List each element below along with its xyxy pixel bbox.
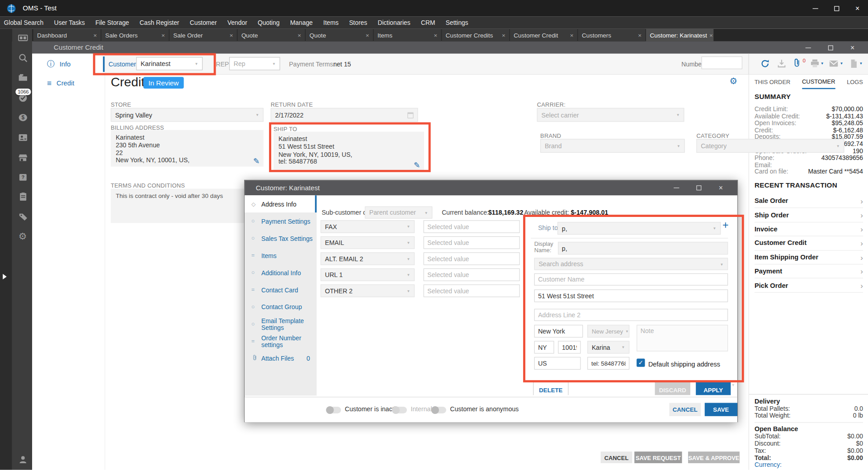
save-approve-button[interactable]: SAVE & APPROVE <box>688 451 740 463</box>
contacts-icon[interactable] <box>16 131 29 144</box>
store-icon[interactable] <box>16 150 29 164</box>
subcustomer-select[interactable]: Parent customer▼ <box>365 207 432 219</box>
carrier-select[interactable]: Select carrier▼ <box>537 108 684 122</box>
display-name-input[interactable] <box>558 242 728 254</box>
tab-this-order[interactable]: THIS ORDER <box>755 75 790 89</box>
child-close-icon[interactable]: × <box>841 42 863 54</box>
scroll-down-icon[interactable]: ▼ <box>731 383 735 387</box>
transaction-pick-order[interactable]: Pick Order› <box>755 278 863 292</box>
menu-item-stores[interactable]: Stores <box>349 19 367 26</box>
delete-button[interactable]: DELETE <box>533 382 568 395</box>
modal-nav-contact-card[interactable]: =Contact Card <box>245 281 316 298</box>
customer-name-input[interactable] <box>534 273 728 286</box>
rep-select[interactable]: Rep▼ <box>229 57 280 70</box>
close-tab-icon[interactable]: × <box>161 32 165 38</box>
discard-button[interactable]: DISCARD <box>655 382 690 395</box>
menu-item-cash-register[interactable]: Cash Register <box>140 19 179 26</box>
currency-link[interactable]: Currency: <box>755 461 863 469</box>
modal-cancel-button[interactable]: CANCEL <box>669 403 701 416</box>
internal-toggle[interactable] <box>392 407 407 414</box>
modal-ship-to-select[interactable]: p,▼ <box>557 222 721 235</box>
close-tab-icon[interactable]: × <box>434 32 437 38</box>
print-icon[interactable] <box>809 58 820 71</box>
modal-nav-sales-tax-settings[interactable]: ○Sales Tax Settings <box>245 230 316 247</box>
store-select[interactable]: Spring Valley▼ <box>111 108 264 122</box>
contact-type-select-other[interactable]: OTHER 2▼ <box>321 284 415 297</box>
menu-item-items[interactable]: Items <box>323 19 339 26</box>
nav-item-credit[interactable]: ≡ Credit <box>32 75 104 91</box>
modal-nav-contact-group[interactable]: ○Contact Group <box>245 298 316 315</box>
city-input[interactable] <box>534 325 583 338</box>
money-icon[interactable]: $ <box>16 111 29 124</box>
expand-arrow-icon[interactable] <box>3 274 7 279</box>
modal-nav-items[interactable]: =Items <box>245 247 316 264</box>
close-tab-icon[interactable]: × <box>93 32 97 38</box>
contact-value-input[interactable] <box>424 220 520 233</box>
search-address-select[interactable]: Search address▼ <box>534 258 728 270</box>
add-address-icon[interactable]: + <box>722 219 729 231</box>
close-tab-icon[interactable]: × <box>502 32 505 38</box>
clipboard-icon[interactable] <box>16 190 29 203</box>
folders-icon[interactable] <box>16 71 29 84</box>
modal-nav-attach-files[interactable]: Attach Files0 <box>245 350 316 367</box>
menu-item-file-storage[interactable]: File Storage <box>95 19 129 26</box>
print-dropdown-icon[interactable]: ▼ <box>821 61 824 66</box>
refresh-icon[interactable] <box>760 58 770 71</box>
address-line2-input[interactable] <box>534 309 728 321</box>
menu-item-vendor[interactable]: Vendor <box>227 19 247 26</box>
contact-type-select-email[interactable]: EMAIL▼ <box>321 236 415 249</box>
child-minimize-icon[interactable] <box>797 42 819 54</box>
user-icon[interactable] <box>16 453 29 466</box>
menu-item-customer[interactable]: Customer <box>190 19 217 26</box>
edit-billing-icon[interactable]: ✎ <box>253 158 259 165</box>
document-icon[interactable] <box>848 58 859 71</box>
tab-customers[interactable]: Customers× <box>578 29 645 42</box>
email-icon[interactable] <box>828 58 839 71</box>
modal-minimize-icon[interactable] <box>665 180 688 195</box>
contact-value-input[interactable] <box>424 268 520 281</box>
tab-sale-orders[interactable]: Sale Orders× <box>101 29 169 42</box>
menu-item-crm[interactable]: CRM <box>421 19 435 26</box>
close-tab-icon[interactable]: × <box>638 32 642 38</box>
state-input[interactable] <box>534 341 554 353</box>
tab-customer-credit[interactable]: Customer Credit× <box>510 29 577 42</box>
tab-sale-order[interactable]: Sale Order× <box>170 29 237 42</box>
number-input[interactable] <box>701 56 742 69</box>
category-select[interactable]: Category▼ <box>696 139 844 153</box>
menu-item-user-tasks[interactable]: User Tasks <box>54 19 85 26</box>
tab-customer-credits[interactable]: Customer Credits× <box>442 29 509 42</box>
apply-button[interactable]: APPLY <box>696 382 731 395</box>
modal-nav-address-info[interactable]: ◇Address Info <box>245 195 316 212</box>
return-date-input[interactable]: 2/17/2022 <box>271 108 418 122</box>
edit-ship-to-icon[interactable]: ✎ <box>414 162 420 169</box>
close-tab-icon[interactable]: × <box>297 32 301 38</box>
modal-nav-email-template-settings[interactable]: ○Email Template Settings <box>245 315 316 333</box>
tab-quote-1[interactable]: Quote× <box>237 29 305 42</box>
close-tab-icon[interactable]: × <box>570 32 574 38</box>
tab-customer[interactable]: CUSTOMER <box>802 75 835 89</box>
email-dropdown-icon[interactable]: ▼ <box>840 61 844 66</box>
support-icon[interactable]: ? <box>16 170 29 183</box>
modal-nav-order-number-settings[interactable]: =Order Number settings <box>245 333 316 350</box>
customer-select[interactable]: Karinatest▼ <box>136 57 203 70</box>
customer-inactive-toggle[interactable] <box>326 407 341 414</box>
note-textarea[interactable] <box>637 325 728 352</box>
zip-input[interactable] <box>558 341 580 353</box>
document-dropdown-icon[interactable]: ▼ <box>859 61 863 66</box>
menu-item-quoting[interactable]: Quoting <box>258 19 279 26</box>
save-request-button[interactable]: SAVE REQUEST <box>634 451 682 463</box>
gear-icon[interactable]: ⚙ <box>729 76 737 86</box>
customer-anonymous-toggle[interactable] <box>431 407 446 414</box>
menu-item-global-search[interactable]: Global Search <box>4 19 44 26</box>
region-select[interactable]: New Jersey▼ <box>587 325 629 338</box>
modal-nav-payment-settings[interactable]: ○Payment Settings <box>245 212 316 230</box>
transaction-invoice[interactable]: Invoice› <box>755 222 863 236</box>
tab-logs[interactable]: LOGS <box>847 75 863 89</box>
contact-select[interactable]: Karina▼ <box>587 341 629 353</box>
transaction-item-shipping-order[interactable]: Item Shipping Order› <box>755 250 863 264</box>
close-tab-icon[interactable]: × <box>230 32 233 38</box>
cancel-button[interactable]: CANCEL <box>601 451 632 463</box>
contact-type-select-fax[interactable]: FAX▼ <box>321 220 415 233</box>
modal-save-button[interactable]: SAVE <box>705 403 737 416</box>
close-tab-icon[interactable]: × <box>366 32 369 38</box>
